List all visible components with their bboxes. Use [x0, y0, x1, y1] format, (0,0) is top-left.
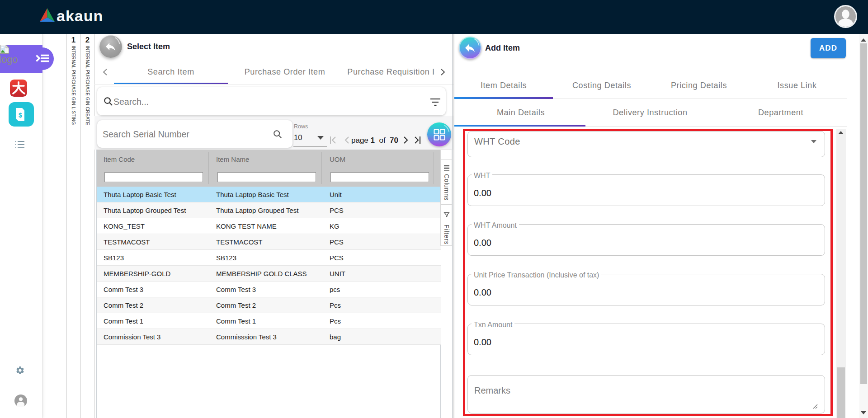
svg-text:$: $ — [19, 112, 22, 119]
